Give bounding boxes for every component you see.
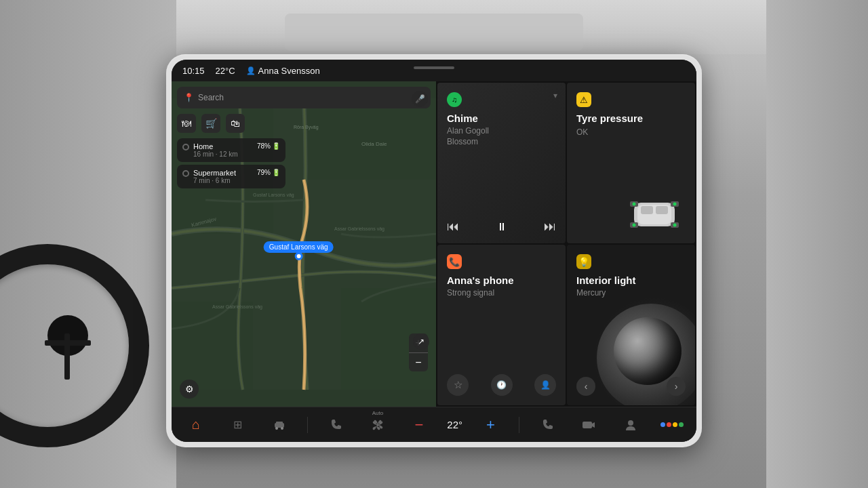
light-prev-button[interactable]: ‹ [576,377,595,396]
music-dropdown[interactable]: ▾ [553,91,557,100]
music-widget[interactable]: ♫ Chime Alan Gogoll Blossom ▾ ⏮ ⏸ ⏭ [437,83,566,243]
svg-marker-29 [592,422,595,428]
svg-rect-2 [307,98,436,180]
svg-rect-28 [583,422,592,428]
light-next-button[interactable]: › [667,377,686,396]
tyre-widget[interactable]: ⚠ Tyre pressure OK [567,83,695,243]
route-name: Home [193,142,253,150]
temp-value: 22° [447,419,462,430]
light-icon: 💡 [576,254,591,269]
restaurant-category[interactable]: 🍽 [177,114,196,133]
camera-icon [581,418,596,432]
phone-widget[interactable]: 📞 Anna's phone Strong signal ☆ 🕐 👤 [437,245,566,405]
toolbar-temp-display: 22° [447,419,462,430]
contacts-icon [623,418,638,432]
status-bar: 10:15 22°C 👤 Anna Svensson [172,60,696,81]
grid-icon: ⊞ [233,418,242,431]
music-controls: ⏮ ⏸ ⏭ [447,220,556,234]
status-bar-handle [414,66,454,69]
toolbar-fan[interactable]: Auto [364,411,391,439]
shopping-category[interactable]: 🛒 [201,114,220,133]
toolbar-assistant[interactable] [658,411,686,439]
toolbar: ⌂ ⊞ [172,407,696,442]
svg-rect-13 [641,206,653,214]
user-name: Anna Svensson [258,66,320,76]
mic-icon: 🎤 [415,94,425,104]
map-panel[interactable]: Kammajov Gustaf Larsons väg Assar Gabrie… [172,81,436,407]
light-navigation: ‹ › [576,377,686,396]
light-widget[interactable]: 💡 Interior light Mercury ‹ › [567,245,695,405]
route-meta-2: 7 min · 6 km [193,177,253,184]
main-content: Kammajov Gustaf Larsons väg Assar Gabrie… [172,81,696,407]
route-distance: 12 km [219,150,237,158]
play-pause-button[interactable]: ⏸ [496,221,507,233]
route-supermarket[interactable]: Supermarket 7 min · 6 km 79%🔋 [177,165,285,188]
phone-icon: 📞 [447,254,462,269]
prev-button[interactable]: ⏮ [447,220,459,234]
next-button[interactable]: ⏭ [544,220,556,234]
svg-point-26 [281,427,283,430]
toolbar-grid[interactable]: ⊞ [224,411,251,439]
route-home[interactable]: Home 16 min · 12 km 78%🔋 [177,138,285,162]
svg-text:Röra Byväg: Röra Byväg [294,125,319,130]
svg-rect-24 [276,422,283,425]
phone-toolbar-icon [329,418,342,432]
svg-point-22 [673,224,677,227]
search-text[interactable]: Search [198,93,416,102]
toolbar-temp-plus[interactable]: + [477,411,504,439]
call-icon [540,418,555,432]
fan-icon [370,418,385,432]
speaker-grille: // Will be rendered via template [285,14,583,51]
music-title: Chime [447,113,556,125]
dashboard-right [766,0,868,488]
mic-button[interactable]: 🎤 [412,91,428,107]
route-dot [182,144,189,150]
toolbar-phone[interactable] [322,411,349,439]
car-icon [272,418,287,432]
favorites-button[interactable]: ☆ [447,374,469,396]
light-title: Interior light [576,274,686,287]
route-info-2: Supermarket 7 min · 6 km [193,169,253,184]
toolbar-home[interactable]: ⌂ [182,411,210,439]
toolbar-camera[interactable] [575,411,602,439]
toolbar-temp-minus[interactable]: − [406,411,433,439]
recents-button[interactable]: 🕐 [491,374,513,396]
svg-point-30 [628,420,633,426]
route-distance-2: 6 km [216,177,231,184]
user-icon: 👤 [246,66,256,75]
svg-text:Assar Gabrielssons väg: Assar Gabrielssons väg [212,304,262,310]
map-search-bar[interactable]: 📍 Search ▾ [177,87,431,108]
status-user: 👤 Anna Svensson [246,66,320,76]
svg-point-25 [275,427,278,430]
moon-visual [614,317,682,385]
route-battery-2: 79%🔋 [257,169,280,176]
zoom-out-button[interactable]: − [409,352,428,371]
route-dot-2 [182,170,189,177]
svg-text:Gustaf Larsons väg: Gustaf Larsons väg [253,192,294,198]
svg-point-21 [633,224,636,227]
assistant-icon [660,422,684,427]
phone-contacts: ☆ 🕐 👤 [447,374,556,396]
store-category[interactable]: 🛍 [226,114,245,133]
contacts-button[interactable]: 👤 [534,374,556,396]
tyre-status: OK [576,127,686,137]
location-pin-icon: 📍 [184,93,194,102]
toolbar-car[interactable] [266,411,293,439]
status-temperature: 22°C [216,66,235,76]
main-screen: 10:15 22°C 👤 Anna Svensson [172,60,696,442]
phone-signal: Strong signal [447,288,556,298]
pin-label: Gustaf Larsons väg [264,241,334,253]
music-album: Blossom [447,137,556,146]
plus-icon: + [486,416,495,434]
route-arrow-button[interactable]: ↗ [413,333,429,350]
toolbar-call[interactable] [534,411,561,439]
car-top-view [620,192,688,237]
map-categories: 🍽 🛒 🛍 [177,114,245,133]
car-interior: // Will be rendered via template 10:15 2… [0,0,868,488]
map-settings-button[interactable]: ⚙ [180,380,199,399]
svg-point-20 [673,203,677,206]
auto-label: Auto [372,410,383,416]
toolbar-contacts[interactable] [617,411,644,439]
route-name-2: Supermarket [193,169,253,177]
svg-rect-14 [656,206,668,214]
